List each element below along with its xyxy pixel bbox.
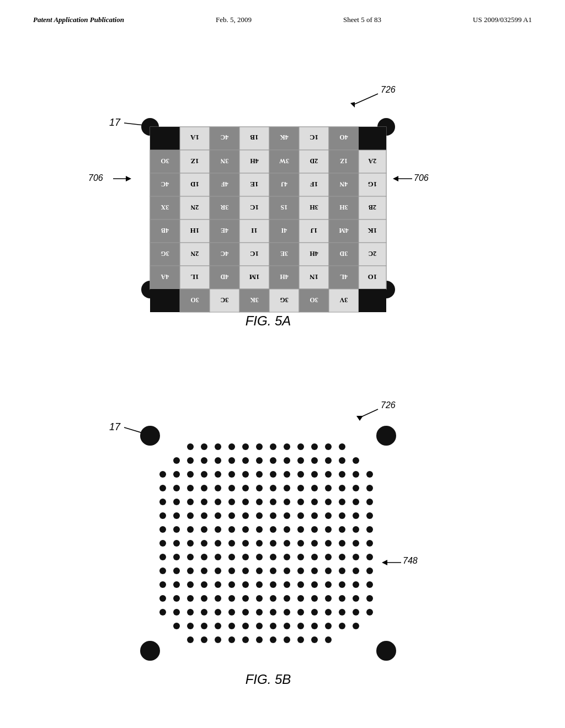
svg-point-157 [215,443,221,450]
svg-text:1I: 1I [251,227,258,235]
svg-text:4N: 4N [339,180,348,188]
svg-point-350 [284,609,290,615]
svg-point-364 [270,623,276,629]
svg-point-281 [215,554,221,560]
svg-point-378 [284,636,290,643]
svg-point-171 [228,457,235,464]
svg-point-353 [325,609,332,615]
svg-point-322 [339,581,345,588]
svg-point-296 [201,568,207,574]
svg-point-154 [376,641,396,661]
svg-text:4I: 4I [281,227,287,234]
svg-point-222 [284,499,290,505]
svg-point-313 [215,581,221,588]
svg-point-315 [242,581,249,588]
svg-point-152 [376,426,396,446]
svg-text:1Z: 1Z [190,157,199,165]
svg-point-155 [187,443,194,450]
svg-point-340 [366,595,373,602]
svg-text:3N: 3N [220,157,228,165]
svg-point-283 [242,554,249,560]
svg-point-276 [366,540,373,547]
svg-point-263 [187,540,194,547]
svg-point-330 [228,595,235,602]
svg-point-230 [173,512,180,519]
svg-text:1E: 1E [250,180,258,189]
svg-marker-8 [126,176,131,181]
svg-point-369 [339,623,345,629]
svg-text:2N: 2N [190,204,199,211]
svg-point-363 [256,623,263,629]
svg-point-347 [242,609,249,615]
svg-point-337 [325,595,332,602]
svg-point-262 [173,540,180,547]
svg-point-250 [228,526,235,533]
svg-point-228 [366,499,373,505]
svg-point-277 [159,554,166,560]
svg-point-225 [325,499,332,505]
svg-point-336 [311,595,318,602]
svg-text:4C: 4C [221,250,229,258]
svg-text:3V: 3V [339,296,348,304]
svg-rect-17 [150,127,180,150]
svg-text:1F: 1F [310,180,318,189]
svg-point-216 [201,499,207,505]
svg-point-299 [242,568,249,574]
svg-text:3O: 3O [190,296,199,304]
svg-point-357 [173,623,180,629]
svg-point-352 [311,609,318,615]
svg-point-370 [353,623,359,629]
svg-text:4C: 4C [221,133,229,141]
svg-point-287 [297,554,304,560]
svg-point-240 [311,512,318,519]
svg-text:706: 706 [88,173,103,183]
svg-point-206 [284,485,290,491]
svg-point-300 [256,568,263,574]
svg-point-329 [215,595,221,602]
svg-point-259 [353,526,359,533]
svg-point-188 [256,471,263,478]
svg-point-224 [311,499,318,505]
svg-point-185 [215,471,221,478]
svg-point-212 [366,485,373,491]
svg-text:1C: 1C [250,250,259,258]
svg-text:1C: 1C [310,133,318,142]
svg-text:726: 726 [381,85,396,94]
fig5b-svg: 17 726 748 [28,370,537,700]
svg-point-345 [215,609,221,615]
svg-text:4J: 4J [281,180,287,188]
svg-point-190 [284,471,290,478]
svg-point-223 [297,499,304,505]
svg-point-237 [270,512,276,519]
svg-point-331 [242,595,249,602]
svg-point-170 [215,457,221,464]
svg-point-181 [159,471,166,478]
svg-text:1K: 1K [367,227,377,235]
svg-point-289 [325,554,332,560]
svg-point-229 [159,512,166,519]
svg-point-151 [140,426,160,446]
svg-point-168 [187,457,194,464]
svg-point-295 [187,568,194,574]
svg-point-319 [297,581,304,588]
svg-point-165 [325,443,332,450]
svg-point-197 [159,485,166,491]
svg-point-371 [187,636,194,643]
svg-point-218 [228,499,235,505]
svg-point-172 [242,457,249,464]
svg-text:4H: 4H [310,250,318,258]
svg-point-163 [297,443,304,450]
svg-point-343 [187,609,194,615]
svg-point-318 [284,581,290,588]
svg-point-327 [187,595,194,602]
svg-point-238 [284,512,290,519]
svg-point-242 [339,512,345,519]
svg-point-367 [311,623,318,629]
svg-point-247 [187,526,194,533]
svg-point-280 [201,554,207,560]
svg-text:17: 17 [109,117,121,128]
svg-text:17: 17 [109,421,121,432]
svg-point-179 [339,457,345,464]
svg-text:1S: 1S [280,204,287,211]
svg-point-164 [311,443,318,450]
